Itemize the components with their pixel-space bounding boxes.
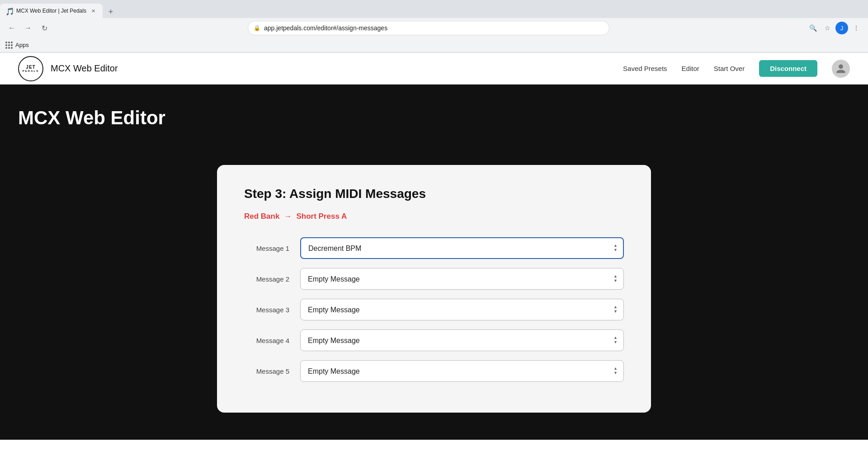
forward-button[interactable]: → — [22, 22, 34, 34]
message-select-wrapper-1: Empty MessageDecrement BPMIncrement BPMN… — [300, 237, 624, 259]
saved-presets-link[interactable]: Saved Presets — [623, 65, 667, 72]
step-title: Step 3: Assign MIDI Messages — [244, 187, 624, 201]
main-content: Step 3: Assign MIDI Messages Red Bank → … — [0, 156, 868, 440]
user-icon — [835, 63, 846, 74]
nav-links: Saved Presets Editor Start Over Disconne… — [623, 60, 850, 78]
menu-icon[interactable]: ⋮ — [850, 22, 863, 34]
message-row: Message 2Empty MessageDecrement BPMIncre… — [244, 268, 624, 290]
disconnect-button[interactable]: Disconnect — [759, 60, 817, 77]
message-select-wrapper-4: Empty MessageDecrement BPMIncrement BPMN… — [300, 329, 624, 351]
message-select-wrapper-3: Empty MessageDecrement BPMIncrement BPMN… — [300, 299, 624, 320]
message-select-wrapper-5: Empty MessageDecrement BPMIncrement BPMN… — [300, 360, 624, 382]
breadcrumb-arrow: → — [284, 212, 292, 221]
browser-chrome: 🎵 MCX Web Editor | Jet Pedals ✕ + ← → ↻ … — [0, 0, 868, 53]
message-label-4: Message 4 — [244, 337, 289, 344]
message-label-3: Message 3 — [244, 306, 289, 314]
hero-section: MCX Web Editor — [0, 85, 868, 156]
user-avatar-small[interactable]: J — [835, 22, 848, 34]
apps-grid-icon — [5, 42, 13, 49]
reload-button[interactable]: ↻ — [38, 22, 51, 34]
site-title: MCX Web Editor — [51, 63, 118, 74]
toolbar-right: 🔍 ☆ J ⋮ — [807, 22, 863, 34]
apps-label: Apps — [15, 42, 29, 48]
tab-favicon: 🎵 — [5, 7, 13, 14]
breadcrumb-action[interactable]: Short Press A — [296, 212, 347, 221]
logo-area: JET PEDALS MCX Web Editor — [18, 56, 118, 81]
page-wrapper: JET PEDALS MCX Web Editor Saved Presets … — [0, 53, 868, 470]
message-select-5[interactable]: Empty MessageDecrement BPMIncrement BPMN… — [300, 360, 624, 382]
message-select-2[interactable]: Empty MessageDecrement BPMIncrement BPMN… — [300, 268, 624, 290]
message-row: Message 1Empty MessageDecrement BPMIncre… — [244, 237, 624, 259]
new-tab-button[interactable]: + — [104, 5, 117, 18]
url-text: app.jetpedals.com/editor#/assign-message… — [264, 24, 604, 32]
site-header: JET PEDALS MCX Web Editor Saved Presets … — [0, 53, 868, 85]
message-select-wrapper-2: Empty MessageDecrement BPMIncrement BPMN… — [300, 268, 624, 290]
message-label-2: Message 2 — [244, 275, 289, 283]
tab-close-button[interactable]: ✕ — [90, 7, 97, 14]
hero-title: MCX Web Editor — [18, 107, 850, 129]
bookmarks-apps[interactable]: Apps — [5, 42, 29, 49]
start-over-link[interactable]: Start Over — [714, 65, 745, 72]
logo-circle: JET PEDALS — [18, 56, 43, 81]
address-bar[interactable]: 🔒 app.jetpedals.com/editor#/assign-messa… — [248, 21, 609, 35]
logo-text: JET PEDALS — [23, 65, 39, 72]
active-tab[interactable]: 🎵 MCX Web Editor | Jet Pedals ✕ — [0, 4, 103, 18]
browser-toolbar: ← → ↻ 🔒 app.jetpedals.com/editor#/assign… — [0, 18, 868, 38]
message-select-1[interactable]: Empty MessageDecrement BPMIncrement BPMN… — [300, 237, 624, 259]
user-avatar[interactable] — [832, 60, 850, 78]
tab-bar: 🎵 MCX Web Editor | Jet Pedals ✕ + — [0, 0, 868, 18]
message-label-1: Message 1 — [244, 244, 289, 252]
tab-title: MCX Web Editor | Jet Pedals — [16, 8, 86, 14]
lock-icon: 🔒 — [254, 25, 260, 31]
message-select-4[interactable]: Empty MessageDecrement BPMIncrement BPMN… — [300, 329, 624, 351]
message-row: Message 4Empty MessageDecrement BPMIncre… — [244, 329, 624, 351]
form-card: Step 3: Assign MIDI Messages Red Bank → … — [217, 165, 651, 413]
zoom-icon[interactable]: 🔍 — [807, 22, 819, 34]
message-rows: Message 1Empty MessageDecrement BPMIncre… — [244, 237, 624, 382]
message-row: Message 3Empty MessageDecrement BPMIncre… — [244, 299, 624, 320]
breadcrumb-bank[interactable]: Red Bank — [244, 212, 279, 221]
message-row: Message 5Empty MessageDecrement BPMIncre… — [244, 360, 624, 382]
editor-link[interactable]: Editor — [682, 65, 699, 72]
bookmarks-bar: Apps — [0, 38, 868, 52]
star-icon[interactable]: ☆ — [821, 22, 834, 34]
breadcrumb: Red Bank → Short Press A — [244, 212, 624, 221]
message-select-3[interactable]: Empty MessageDecrement BPMIncrement BPMN… — [300, 299, 624, 320]
back-button[interactable]: ← — [5, 22, 18, 34]
message-label-5: Message 5 — [244, 367, 289, 375]
